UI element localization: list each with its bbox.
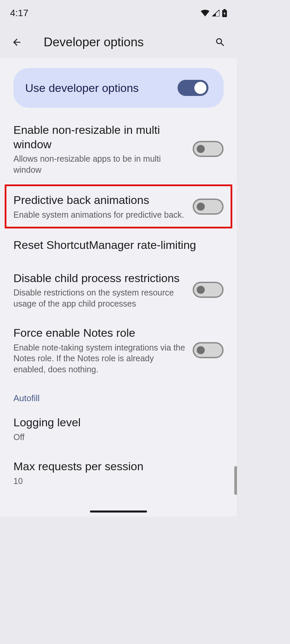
setting-reset-shortcutmanager[interactable]: Reset ShortcutManager rate-limiting [0, 229, 237, 263]
use-developer-options-card[interactable]: Use developer options [13, 68, 224, 108]
setting-logging-level[interactable]: Logging level Off [0, 407, 237, 451]
app-header: Developer options [0, 26, 237, 58]
home-indicator[interactable] [90, 511, 147, 513]
setting-title: Reset ShortcutManager rate-limiting [13, 238, 224, 252]
scrollbar[interactable] [234, 466, 237, 495]
setting-subtitle: Disable restrictions on the system resou… [13, 287, 186, 309]
status-time: 4:17 [10, 8, 29, 18]
setting-subtitle: Enable note-taking system integrations v… [13, 342, 186, 375]
back-button[interactable] [10, 36, 23, 49]
setting-force-enable-notes-role[interactable]: Force enable Notes role Enable note-taki… [0, 317, 237, 383]
setting-max-requests[interactable]: Max requests per session 10 [0, 451, 237, 495]
page-title: Developer options [44, 35, 213, 49]
battery-icon [222, 9, 227, 17]
setting-text: Disable child process restrictions Disab… [13, 271, 186, 309]
search-icon [215, 37, 226, 48]
force-enable-notes-toggle[interactable] [193, 342, 224, 358]
setting-title: Predictive back animations [13, 193, 186, 207]
signal-icon [212, 10, 220, 16]
status-bar: 4:17 [0, 0, 237, 26]
setting-text: Max requests per session 10 [13, 459, 224, 486]
setting-text: Enable non-resizable in multi window All… [13, 123, 186, 175]
setting-subtitle: 10 [13, 476, 224, 487]
use-developer-options-label: Use developer options [25, 82, 139, 95]
setting-title: Disable child process restrictions [13, 271, 186, 285]
setting-title: Max requests per session [13, 459, 224, 474]
wifi-icon [201, 10, 209, 16]
setting-predictive-back-animations[interactable]: Predictive back animations Enable system… [0, 184, 237, 228]
svg-rect-1 [224, 9, 226, 10]
setting-text: Logging level Off [13, 415, 224, 442]
setting-text: Force enable Notes role Enable note-taki… [13, 326, 186, 375]
setting-title: Force enable Notes role [13, 326, 186, 340]
autofill-section-header: Autofill [0, 383, 237, 407]
setting-text: Reset ShortcutManager rate-limiting [13, 238, 224, 254]
setting-title: Enable non-resizable in multi window [13, 123, 186, 151]
setting-title: Logging level [13, 415, 224, 430]
setting-subtitle: Allows non-resizable apps to be in multi… [13, 153, 186, 175]
settings-content: Use developer options Enable non-resizab… [0, 58, 237, 495]
setting-text: Predictive back animations Enable system… [13, 193, 186, 220]
predictive-back-toggle[interactable] [193, 199, 224, 215]
setting-enable-non-resizable[interactable]: Enable non-resizable in multi window All… [0, 114, 237, 183]
status-icons [201, 9, 227, 17]
setting-disable-child-process[interactable]: Disable child process restrictions Disab… [0, 263, 237, 318]
setting-subtitle: Enable system animations for predictive … [13, 209, 186, 220]
search-button[interactable] [213, 36, 227, 49]
setting-subtitle: Off [13, 432, 224, 443]
enable-non-resizable-toggle[interactable] [193, 141, 224, 157]
arrow-back-icon [11, 37, 22, 48]
use-developer-options-toggle[interactable] [178, 80, 208, 96]
disable-child-process-toggle[interactable] [193, 282, 224, 298]
